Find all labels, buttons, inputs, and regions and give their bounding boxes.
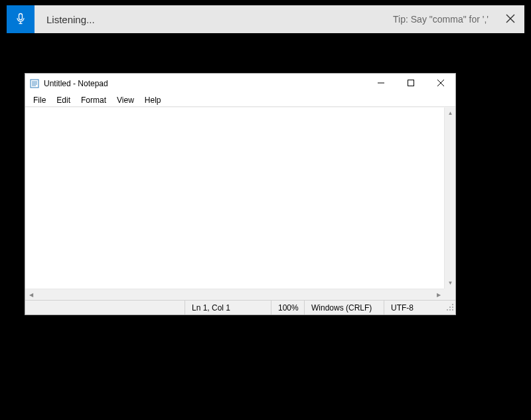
svg-point-14: [452, 304, 453, 305]
menu-view[interactable]: View: [112, 94, 139, 106]
menu-edit[interactable]: Edit: [51, 94, 76, 106]
maximize-icon: [408, 79, 414, 88]
horizontal-scrollbar[interactable]: ◀ ▶: [25, 289, 444, 300]
window-close-button[interactable]: [425, 74, 455, 94]
notepad-window: Untitled - Notepad File Edit Format Vi: [25, 73, 456, 315]
editor-area: ▲ ▼ ◀ ▶: [25, 107, 455, 300]
menu-help[interactable]: Help: [139, 94, 167, 106]
close-icon: [437, 79, 444, 88]
resize-grip[interactable]: [443, 301, 455, 315]
dictation-status-text: Listening...: [46, 14, 393, 25]
microphone-icon: [14, 12, 27, 27]
text-editor[interactable]: [25, 107, 455, 300]
scroll-right-icon: ▶: [433, 289, 444, 300]
status-lncol: Ln 1, Col 1: [185, 301, 271, 315]
close-icon: [506, 14, 515, 25]
status-zoom: 100%: [271, 301, 304, 315]
resize-grip-icon: [446, 303, 454, 313]
titlebar[interactable]: Untitled - Notepad: [25, 74, 455, 94]
scroll-left-icon: ◀: [25, 289, 37, 300]
svg-rect-0: [19, 13, 23, 19]
menu-format[interactable]: Format: [76, 94, 112, 106]
statusbar: Ln 1, Col 1 100% Windows (CRLF) UTF-8: [25, 300, 455, 315]
svg-point-19: [452, 309, 453, 311]
window-title: Untitled - Notepad: [44, 79, 366, 88]
microphone-button[interactable]: [7, 5, 35, 33]
notepad-icon: [29, 78, 40, 89]
svg-point-15: [449, 307, 451, 308]
vertical-scrollbar[interactable]: ▲ ▼: [444, 107, 455, 289]
dictation-tip-text: Tip: Say "comma" for ',': [393, 14, 489, 25]
scroll-corner: [444, 289, 455, 300]
minimize-button[interactable]: [366, 74, 396, 94]
status-eol: Windows (CRLF): [304, 301, 384, 315]
menubar: File Edit Format View Help: [25, 94, 455, 107]
window-controls: [366, 74, 455, 94]
svg-point-17: [447, 309, 448, 311]
scroll-down-icon: ▼: [445, 277, 455, 289]
menu-file[interactable]: File: [28, 94, 51, 106]
status-encoding: UTF-8: [384, 301, 443, 315]
svg-rect-11: [408, 80, 414, 86]
svg-rect-5: [31, 80, 38, 88]
svg-point-18: [449, 309, 451, 311]
scroll-up-icon: ▲: [445, 107, 455, 119]
maximize-button[interactable]: [396, 74, 425, 94]
dictation-close-button[interactable]: [496, 5, 524, 33]
svg-point-16: [452, 307, 453, 308]
minimize-icon: [378, 79, 384, 88]
status-spacer: [25, 301, 185, 315]
dictation-bar: Listening... Tip: Say "comma" for ',': [7, 5, 524, 33]
